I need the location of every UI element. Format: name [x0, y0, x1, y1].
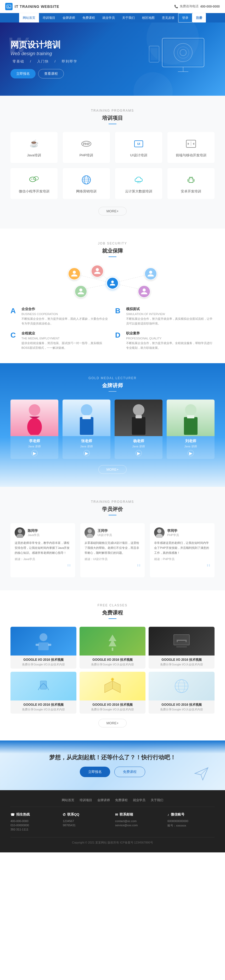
reviewer-header-1: 陈同学 Java学员 [14, 527, 71, 538]
phone-label: 免费咨询电话 [180, 4, 199, 9]
training-subtitle: TRAINING PROGRAMS [10, 109, 215, 113]
training-more-button[interactable]: MORE+ [98, 207, 127, 215]
footer-col-phone: ☎ 招生热线 400-000-0000 010-00000000 392-311… [10, 812, 57, 832]
free-card-title-1: GOOGLE I/O 2016 技术视频 [13, 658, 74, 662]
cta-free-button[interactable]: 免费课程 [114, 767, 145, 777]
free-subtitle: FREE CLASSES [10, 603, 215, 607]
svg-rect-0 [7, 5, 11, 8]
web-icon [80, 173, 93, 186]
footer-col-phone-title: ☎ 招生热线 [10, 812, 57, 817]
program-java[interactable]: ☕ Java培训 [10, 132, 57, 163]
job-feature-c-subtitle: THE MEDIAL EMPLOYMENT [21, 337, 110, 340]
free-card-1[interactable]: GOOGLE I/O 2016 技术视频 免费分享Google I/O大会技术内… [10, 627, 77, 668]
php-label: PHP培训 [80, 153, 93, 158]
job-letter-c: C [10, 331, 18, 339]
free-card-4[interactable]: GOOGLE I/O 2016 技术视频 免费分享Google I/O大会技术内… [10, 672, 77, 714]
job-feature-a: A 企业合作 BUSINESS COOPERATION 不断拓展企业合作，努力提… [10, 307, 110, 326]
review-card-2: 王同学 UI设计学员 从零基础到能独立完成UI设计项目，这里给了我很大的帮助。老… [80, 523, 145, 578]
program-php[interactable]: PHP PHP培训 [63, 132, 110, 163]
programs-grid: ☕ Java培训 PHP PHP培训 UI UI设计培训 [10, 132, 215, 199]
review-quote-3: " [154, 563, 211, 573]
footer-wechat-1: 6000000000000 [168, 819, 215, 822]
svg-rect-62 [40, 681, 46, 689]
hero-enroll-button[interactable]: 立即报名 [10, 69, 35, 78]
nav-item-map[interactable]: 校区地图 [139, 13, 158, 22]
footer-content: ☎ 招生热线 400-000-0000 010-00000000 392-311… [10, 812, 215, 832]
instructor-card-2[interactable]: 张老师 Java 讲师 ▶ [62, 399, 110, 459]
footer-col-email: ✉ 联系邮箱 contact@oc.com service@xxx.com [115, 812, 162, 832]
program-ui[interactable]: UI UI设计培训 [115, 132, 162, 163]
job-letter-a: A [10, 307, 18, 315]
java-label: Java培训 [27, 153, 41, 158]
hero-section: W 网页设计培训 Web design training 零基础 / 入门快 /… [0, 22, 225, 96]
free-card-2[interactable]: GOOGLE I/O 2016 技术视频 免费分享Google I/O大会技术内… [80, 627, 145, 668]
free-card-info-2: GOOGLE I/O 2016 技术视频 免费分享Google I/O大会技术内… [80, 655, 145, 668]
program-wechat[interactable]: 微信小程序开发培训 [10, 168, 57, 199]
footer-phone-1: 400-000-0000 [10, 819, 57, 822]
job-feature-a-desc: 不断拓展企业合作，努力提升就业率，因此人才紧缺，大量合作企业专为学员提供就业机会… [21, 317, 110, 326]
nav-item-free[interactable]: 免费课程 [79, 13, 99, 22]
free-courses-section: FREE CLASSES 免费课程 GOOGLE I/O 2016 技术视频 免… [0, 590, 225, 740]
nav-item-about[interactable]: 关于我们 [118, 13, 139, 22]
instructor-play-2[interactable]: ▶ [83, 450, 90, 456]
free-card-info-6: GOOGLE I/O 2016 技术视频 免费分享Google I/O大会技术内… [148, 700, 215, 714]
svg-rect-44 [136, 415, 142, 418]
nav-item-register[interactable]: 注册 [192, 13, 206, 22]
nav-item-feedback[interactable]: 意见反馈 [158, 13, 178, 22]
footer-nav-about[interactable]: 关于我们 [151, 798, 163, 802]
reviewer-name-2: 王同学 [97, 528, 112, 533]
footer-nav-training[interactable]: 培训项目 [80, 798, 92, 802]
free-card-6[interactable]: GOOGLE I/O 2016 技术视频 免费分享Google I/O大会技术内… [148, 672, 215, 714]
svg-point-38 [27, 418, 42, 435]
instructor-info-3: 杨老师 Java 讲师 ▶ [115, 436, 163, 459]
logo-text: IT TRAINING WEBSITE [14, 5, 59, 9]
footer-nav-home[interactable]: 网站首页 [62, 798, 74, 802]
instructor-card-1[interactable]: 李老师 Java 讲师 ▶ [10, 399, 58, 459]
footer-nav-instructors[interactable]: 金牌讲师 [97, 798, 110, 802]
footer-nav-free[interactable]: 免费课程 [115, 798, 128, 802]
nav-item-jobs[interactable]: 就业学员 [99, 13, 118, 22]
instructor-card-4[interactable]: 刘老师 Java 讲师 ▶ [167, 399, 215, 459]
instructor-play-4[interactable]: ▶ [188, 450, 194, 456]
job-feature-b-subtitle: SIMULATION OF INTERVIEW [126, 312, 215, 316]
cta-enroll-button[interactable]: 立即报名 [80, 767, 110, 777]
training-section: TRAINING PROGRAMS 培训项目 ☕ Java培训 PHP PHP培… [0, 96, 225, 229]
instructor-play-3[interactable]: ▶ [136, 450, 142, 456]
free-card-desc-3: 免费分享Google I/O大会技术内容 [151, 663, 212, 667]
free-more-button[interactable]: MORE+ [98, 719, 127, 727]
review-quote-2: " [85, 563, 141, 573]
free-card-5[interactable]: GOOGLE I/O 2016 技术视频 免费分享Google I/O大会技术内… [80, 672, 145, 714]
instructor-name-1: 李老师 [13, 439, 56, 444]
nav-item-training[interactable]: 培训项目 [39, 13, 59, 22]
nav-item-home[interactable]: 网站首页 [19, 13, 39, 22]
instructor-card-3[interactable]: 杨老师 Java 讲师 ▶ [115, 399, 163, 459]
free-card-img-2 [80, 627, 145, 655]
reviews-title: 学员评价 [10, 506, 215, 513]
svg-point-28 [190, 178, 190, 179]
reviewer-header-3: 李同学 PHP学员 [154, 527, 211, 538]
program-frontend[interactable]: 前端与移动开发培训 [168, 132, 215, 163]
free-card-info-5: GOOGLE I/O 2016 技术视频 免费分享Google I/O大会技术内… [80, 700, 145, 714]
footer-col-email-title: ✉ 联系邮箱 [115, 812, 162, 817]
footer-nav-jobs[interactable]: 就业学员 [133, 798, 145, 802]
svg-rect-46 [184, 417, 198, 435]
svg-point-52 [157, 529, 161, 533]
reviews-section: TRAINING PROGRAMS 学员评价 陈同学 Java学员 这里的老师非… [0, 487, 225, 590]
instructor-play-1[interactable]: ▶ [31, 450, 38, 456]
instructor-name-3: 杨老师 [117, 439, 160, 444]
hero-courses-button[interactable]: 查看课程 [38, 69, 64, 78]
job-feature-a-title: 企业合作 [21, 307, 110, 312]
review-from-2: 就读：UI设计学员 [85, 557, 141, 561]
svg-point-49 [16, 534, 23, 538]
free-card-3[interactable]: ╔═══╗ GOOGLE I/O 2016 技术视频 免费分享Google I/… [148, 627, 215, 668]
program-android[interactable]: 安卓开发培训 [168, 168, 215, 199]
svg-point-45 [185, 404, 196, 416]
nav-item-login[interactable]: 登录 [178, 13, 192, 22]
program-cloud[interactable]: 云计算大数据培训 [115, 168, 162, 199]
nav-item-instructors[interactable]: 金牌讲师 [59, 13, 79, 22]
program-web[interactable]: 网络营销培训 [63, 168, 110, 199]
free-card-img-5 [80, 672, 145, 700]
instructor-name-2: 张老师 [65, 439, 108, 444]
free-card-img-3: ╔═══╗ [148, 627, 215, 655]
instructor-more-button[interactable]: MORE+ [98, 465, 127, 474]
